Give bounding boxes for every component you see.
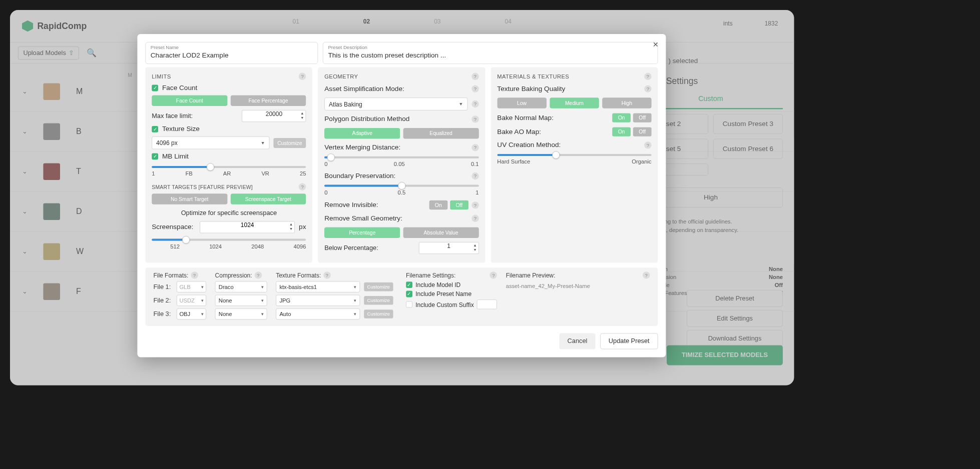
adaptive-toggle[interactable]: Adaptive — [324, 128, 400, 139]
equalized-toggle[interactable]: Equalized — [403, 128, 479, 139]
limits-panel: LIMITS? ✓ Face Count Face Count Face Per… — [145, 67, 312, 262]
update-preset-button[interactable]: Update Preset — [600, 333, 658, 349]
help-icon[interactable]: ? — [471, 100, 478, 108]
help-icon[interactable]: ? — [471, 215, 478, 222]
filename-settings-label: Filename Settings: — [406, 272, 455, 279]
mb-limit-slider[interactable] — [152, 166, 306, 168]
remove-invisible-on[interactable]: On — [429, 200, 447, 210]
file3-compression-select[interactable]: None▾ — [215, 308, 267, 320]
file3-format-select[interactable]: OBJ▾ — [177, 308, 206, 320]
face-count-label: Face Count — [162, 84, 197, 92]
screenspace-input[interactable]: 1024▲▼ — [200, 221, 295, 233]
file2-texture-select[interactable]: JPG▾ — [276, 295, 360, 306]
bake-ao-on[interactable]: On — [612, 127, 631, 136]
include-model-id-checkbox[interactable]: ✓ — [406, 282, 412, 288]
help-icon[interactable]: ? — [299, 183, 306, 190]
preset-name-field[interactable]: Preset Name Character LOD2 Example — [145, 42, 318, 64]
uv-creation-slider[interactable] — [497, 154, 651, 156]
compression-label: Compression: — [215, 272, 252, 279]
file1-format-select[interactable]: GLB▾ — [177, 281, 206, 292]
include-custom-suffix-checkbox[interactable] — [406, 301, 412, 308]
quality-low-toggle[interactable]: Low — [497, 98, 546, 108]
remove-invisible-off[interactable]: Off — [450, 200, 468, 210]
help-icon[interactable]: ? — [490, 272, 497, 278]
below-percentage-input[interactable]: 1▲▼ — [419, 242, 479, 254]
chevron-down-icon: ▼ — [261, 140, 265, 146]
below-percentage-label: Below Percentage: — [324, 244, 378, 252]
file1-compression-select[interactable]: Draco▾ — [215, 281, 267, 292]
help-icon[interactable]: ? — [644, 73, 651, 80]
customize-file2-button[interactable]: Customize — [364, 296, 393, 305]
help-icon[interactable]: ? — [299, 73, 306, 80]
optimize-screenspace-text: Optimize for specific screenspace — [152, 209, 306, 216]
texture-size-checkbox[interactable]: ✓ — [152, 126, 158, 132]
help-icon[interactable]: ? — [644, 85, 651, 92]
mb-limit-label: MB Limit — [162, 152, 189, 160]
help-icon[interactable]: ? — [254, 272, 261, 278]
bake-normal-label: Bake Normal Map: — [497, 114, 554, 122]
filename-preview-value: asset-name_42_My-Preset-Name — [506, 283, 650, 290]
boundary-preservation-label: Boundary Preservation: — [324, 172, 395, 180]
simplification-mode-select[interactable]: Atlas Baking▼ — [324, 98, 467, 110]
mb-limit-checkbox[interactable]: ✓ — [152, 153, 158, 160]
screenspace-slider[interactable] — [152, 239, 306, 241]
uv-creation-label: UV Creation Method: — [497, 141, 561, 149]
percentage-toggle[interactable]: Percentage — [324, 227, 400, 238]
file-formats-label: File Formats: — [153, 272, 188, 279]
file2-compression-select[interactable]: None▾ — [215, 295, 267, 306]
bake-normal-on[interactable]: On — [612, 113, 631, 122]
help-icon[interactable]: ? — [471, 116, 478, 122]
materials-panel: MATERIALS & TEXTURES? Texture Baking Qua… — [491, 67, 658, 262]
face-percentage-toggle[interactable]: Face Percentage — [231, 95, 306, 106]
quality-medium-toggle[interactable]: Medium — [550, 98, 599, 108]
include-preset-name-checkbox[interactable]: ✓ — [406, 290, 412, 297]
help-icon[interactable]: ? — [323, 272, 330, 278]
customize-file1-button[interactable]: Customize — [364, 282, 393, 292]
no-smart-target-toggle[interactable]: No Smart Target — [152, 194, 227, 204]
preset-edit-modal: ✕ Preset Name Character LOD2 Example Pre… — [137, 34, 666, 357]
customize-texture-button[interactable]: Customize — [273, 138, 306, 148]
bake-ao-label: Bake AO Map: — [497, 128, 541, 136]
screenspace-target-toggle[interactable]: Screenspace Target — [231, 194, 306, 204]
chevron-down-icon: ▼ — [459, 102, 463, 106]
remove-invisible-label: Remove Invisible: — [324, 201, 378, 209]
vertex-merging-slider[interactable] — [324, 156, 478, 158]
max-face-label: Max face limit: — [152, 112, 193, 120]
texture-formats-label: Texture Formats: — [276, 272, 321, 279]
file1-texture-select[interactable]: ktx-basis-etcs1▾ — [276, 281, 360, 292]
customize-file3-button[interactable]: Customize — [364, 310, 393, 318]
face-count-checkbox[interactable]: ✓ — [152, 85, 158, 92]
geometry-panel: GEOMETRY? Asset Simplification Mode:? At… — [318, 67, 485, 262]
file3-texture-select[interactable]: Auto▾ — [276, 308, 360, 320]
custom-suffix-input[interactable] — [477, 300, 497, 309]
bake-quality-label: Texture Baking Quality — [497, 85, 565, 93]
close-icon[interactable]: ✕ — [651, 40, 660, 49]
bake-normal-off[interactable]: Off — [633, 113, 652, 122]
help-icon[interactable]: ? — [471, 202, 478, 208]
texture-size-label: Texture Size — [162, 125, 200, 133]
help-icon[interactable]: ? — [471, 85, 478, 92]
help-icon[interactable]: ? — [191, 272, 198, 278]
face-count-toggle[interactable]: Face Count — [152, 95, 227, 106]
absolute-value-toggle[interactable]: Absolute Value — [403, 227, 479, 238]
bake-ao-off[interactable]: Off — [633, 127, 652, 136]
remove-small-geometry-label: Remove Small Geometry: — [324, 214, 402, 222]
polygon-distribution-label: Polygon Distribution Method — [324, 115, 409, 123]
vertex-merging-label: Vertex Merging Distance: — [324, 144, 400, 152]
screenspace-label: Screenspace: — [152, 223, 196, 231]
filename-preview-label: Filename Preview: — [506, 272, 556, 279]
cancel-button[interactable]: Cancel — [560, 333, 596, 349]
preset-description-field[interactable]: Preset Description This is the custom pr… — [323, 42, 658, 64]
max-face-input[interactable]: 20000▲▼ — [242, 110, 306, 122]
help-icon[interactable]: ? — [471, 172, 478, 180]
help-icon[interactable]: ? — [643, 272, 650, 278]
simplification-mode-label: Asset Simplification Mode: — [324, 85, 404, 93]
help-icon[interactable]: ? — [471, 144, 478, 151]
texture-size-select[interactable]: 4096 px▼ — [152, 136, 269, 150]
quality-high-toggle[interactable]: High — [602, 98, 651, 108]
boundary-preservation-slider[interactable] — [324, 185, 478, 187]
help-icon[interactable]: ? — [644, 142, 651, 148]
help-icon[interactable]: ? — [471, 73, 478, 80]
file2-format-select[interactable]: USDZ▾ — [177, 295, 206, 306]
